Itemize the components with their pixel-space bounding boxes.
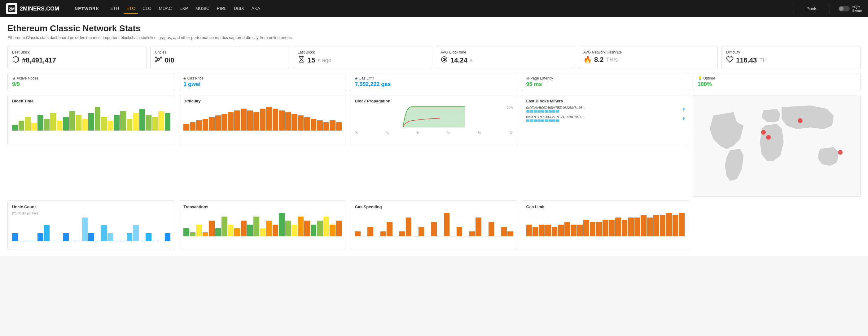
bar — [291, 114, 298, 131]
bar — [75, 241, 82, 241]
miner-bar-seg — [545, 110, 548, 113]
bar — [50, 113, 56, 131]
nav-dbix[interactable]: DBIX — [231, 4, 247, 13]
bar — [196, 225, 202, 236]
stat-difficulty-label: Difficulty — [726, 50, 856, 55]
bar — [165, 113, 171, 131]
gas-limit-value: 7,992,222 gas — [355, 81, 513, 88]
miner-bar-seg-2 — [552, 120, 555, 122]
timer-icon — [440, 56, 448, 65]
bar — [146, 233, 152, 241]
gas-spending-title: Gas Spending — [355, 204, 513, 209]
page-subtitle: Ethereum Classic stats dashboard provide… — [7, 35, 861, 40]
nav-moac[interactable]: MOAC — [156, 4, 175, 13]
bar — [425, 236, 431, 236]
bar — [63, 117, 69, 131]
bar — [107, 121, 113, 131]
nav-pirl[interactable]: PIRL — [214, 4, 229, 13]
bar — [140, 109, 145, 131]
bar — [323, 122, 329, 131]
nav-etc[interactable]: ETC — [123, 4, 138, 13]
bar — [234, 228, 240, 236]
difficulty-bars — [183, 106, 342, 131]
spacer-cell — [693, 200, 861, 250]
night-theme-toggle[interactable]: Night theme — [839, 5, 862, 12]
stat-last-block: Last Block 15 s ago — [293, 46, 432, 69]
monitor-icon: 🖥 — [12, 76, 17, 80]
nav-aka[interactable]: AKA — [248, 4, 263, 13]
nav-links: ETH ETC CLO MOAC EXP MUSIC PIRL DBIX AKA — [107, 4, 263, 13]
bar — [95, 241, 101, 241]
bar — [266, 107, 272, 131]
gas-limit-chart-card: Gas Limit — [522, 200, 689, 250]
bar — [209, 117, 215, 131]
bar — [190, 122, 196, 131]
bar — [253, 216, 259, 236]
bar — [50, 241, 56, 241]
stat-hashrate-value: 8.2 — [594, 56, 604, 64]
stat-avg-block-unit: s — [470, 57, 473, 64]
bar — [260, 228, 266, 236]
bar — [158, 241, 164, 241]
bar — [107, 233, 113, 241]
stat-uncles: Uncles 0/0 — [150, 46, 289, 69]
gas-limit-bars — [526, 212, 685, 236]
map-node-2 — [766, 135, 771, 139]
stat-gas-limit: ◈ Gas Limit 7,992,222 gas — [350, 73, 518, 91]
stat-last-block-unit: s ago — [317, 57, 331, 64]
toggle-switch[interactable] — [839, 6, 850, 11]
stat-last-block-row: 15 s ago — [298, 56, 428, 65]
miner-2-count: 9 — [680, 116, 685, 120]
gas-spending-bars — [355, 212, 513, 236]
last-blocks-miners-title: Last Blocks Miners — [526, 99, 685, 103]
bar — [266, 221, 272, 236]
stat-best-block: Best Block #8,491,417 — [7, 46, 147, 69]
nav-pools[interactable]: Pools — [803, 4, 821, 13]
bar — [69, 241, 75, 241]
bar — [386, 222, 393, 236]
bar — [311, 225, 317, 236]
propagation-chart-area: 50% — [355, 106, 513, 131]
last-blocks-miners-card: Last Blocks Miners 0x9EAb4b0fC468A7f5D46… — [522, 95, 689, 144]
nav-music[interactable]: MUSIC — [192, 4, 213, 13]
stat-active-nodes: 🖥 Active Nodes 9/9 — [7, 73, 175, 91]
transactions-bars — [183, 212, 342, 236]
miner-1-address: 0x9EAb4b0fC468A7f5D46228bf5a76... — [526, 106, 677, 109]
block-time-title: Block Time — [12, 99, 170, 103]
stat-avg-block-row: 14.24 s — [440, 56, 570, 65]
stat-hashrate-label: AVG Network Hashrate — [583, 50, 713, 55]
bar — [539, 225, 545, 236]
stat-avg-block-time: AVG Block time 14.24 s — [436, 46, 575, 69]
bar — [82, 119, 88, 131]
bar — [273, 225, 278, 236]
nav-exp[interactable]: EXP — [176, 4, 191, 13]
prop-label-6s: 6s — [447, 131, 450, 135]
block-time-chart-card: Block Time — [7, 95, 175, 144]
bar — [475, 217, 482, 236]
bar — [133, 225, 139, 241]
bar — [291, 225, 298, 236]
nav-eth[interactable]: ETH — [107, 4, 122, 13]
heart-icon — [726, 56, 734, 65]
bar — [215, 228, 221, 236]
bar — [418, 227, 425, 236]
svg-point-3 — [156, 57, 157, 58]
bar — [679, 213, 685, 236]
propagation-svg — [355, 106, 513, 131]
bar — [526, 225, 532, 236]
bar — [653, 215, 659, 236]
nav-clo[interactable]: CLO — [140, 4, 155, 13]
prop-label-10s: 10s — [508, 131, 513, 135]
world-map-svg — [693, 95, 860, 197]
bar — [95, 107, 101, 131]
bar — [114, 241, 120, 241]
uptime-value: 100% — [698, 81, 856, 88]
miner-bar-seg — [541, 110, 544, 113]
bar — [190, 232, 196, 236]
main-content: Ethereum Classic Network Stats Ethereum … — [0, 17, 868, 256]
bar — [507, 231, 513, 236]
brand-logo[interactable]: 2M 2MINERS.COM — [6, 3, 59, 14]
transactions-title: Transactions — [183, 204, 342, 209]
bar — [596, 222, 602, 236]
stat-difficulty-value: 116.43 — [736, 56, 757, 64]
